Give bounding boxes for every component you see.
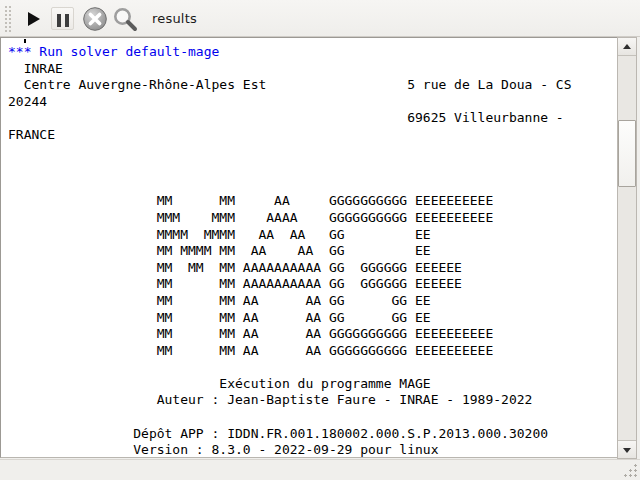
- pause-solver-button[interactable]: [51, 7, 74, 30]
- console-line: MMM MMM AAAA GGGGGGGGGG EEEEEEEEEE: [8, 210, 493, 225]
- console-line: MMMM MMMM AA AA GG EE: [8, 227, 431, 242]
- arrow-down-icon: [623, 448, 631, 453]
- arrow-up-icon: [623, 44, 631, 49]
- close-circle-icon: [82, 6, 108, 32]
- console-line: MM MM AA GGGGGGGGGG EEEEEEEEEE: [8, 193, 493, 208]
- results-tab-label: results: [152, 11, 197, 26]
- console-line: Dépôt APP : IDDN.FR.001.180002.000.S.P.2…: [8, 426, 548, 441]
- console-output[interactable]: *** Run solver default-mage INRAE Centre…: [0, 37, 618, 458]
- console-line: INRAE: [8, 61, 63, 76]
- scrollbar-track[interactable]: [618, 56, 636, 440]
- resize-grip-icon[interactable]: [622, 462, 637, 477]
- toolbar: results: [0, 0, 640, 37]
- run-solver-button[interactable]: [22, 8, 46, 30]
- console-line: MM MM AA AA GGGGGGGGGG EEEEEEEEEE: [8, 326, 493, 341]
- scrollbar-thumb[interactable]: [618, 120, 636, 187]
- console-line: Auteur : Jean-Baptiste Faure - INRAE - 1…: [8, 392, 532, 407]
- console-line: MM MM AA AA GG GG EE: [8, 310, 431, 325]
- console-text: *** Run solver default-mage INRAE Centre…: [8, 44, 572, 458]
- console-line: 20244: [8, 94, 47, 109]
- console-line: MM MM AAAAAAAAAA GG GGGGGG EEEEEE: [8, 276, 462, 291]
- status-bar: [0, 459, 640, 480]
- pause-icon: [52, 14, 73, 27]
- console-line: *** Run solver default-mage: [8, 44, 219, 59]
- toolbar-grip-handle[interactable]: [4, 5, 12, 32]
- scroll-down-button[interactable]: [618, 440, 636, 458]
- play-icon: [28, 12, 40, 26]
- console-line: Exécution du programme MAGE: [8, 376, 431, 391]
- stop-solver-button[interactable]: [82, 6, 108, 32]
- console-line: MM MMMM MM AA AA GG EE: [8, 243, 431, 258]
- console-line: MM MM AA AA GG GG EE: [8, 293, 431, 308]
- search-button[interactable]: [110, 4, 140, 34]
- results-window: results *** Run solver default-mage INRA…: [0, 0, 640, 480]
- scroll-up-button[interactable]: [618, 38, 636, 56]
- console-line: Centre Auvergne-Rhône-Alpes Est 5 rue de…: [8, 77, 572, 92]
- console-line: 69625 Villeurbanne -: [8, 110, 572, 125]
- clipped-line-remnant: [24, 39, 26, 43]
- console-line: MM MM AA AA GGGGGGGGGG EEEEEEEEEE: [8, 343, 493, 358]
- console-line: MM MM MM AAAAAAAAAA GG GGGGGG EEEEEE: [8, 260, 462, 275]
- console-line: Version : 8.3.0 - 2022-09-29 pour linux: [8, 442, 438, 457]
- magnifier-icon: [110, 4, 140, 34]
- vertical-scrollbar[interactable]: [617, 37, 637, 459]
- console-line: FRANCE: [8, 127, 55, 142]
